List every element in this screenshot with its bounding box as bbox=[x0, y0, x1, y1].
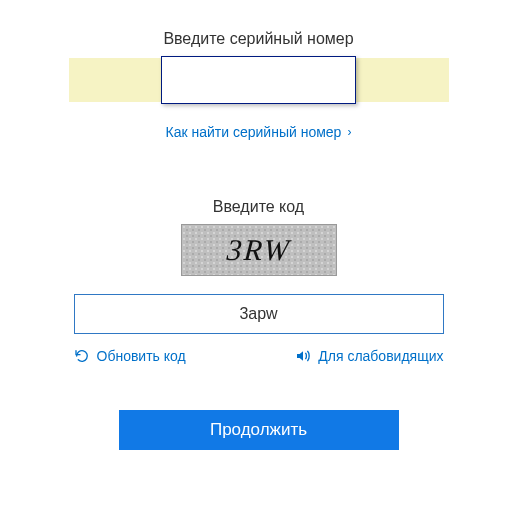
captcha-actions: Обновить код Для слабовидящих bbox=[74, 348, 444, 364]
serial-label: Введите серийный номер bbox=[0, 30, 517, 48]
audio-icon bbox=[295, 348, 311, 364]
captcha-label: Введите код bbox=[0, 198, 517, 216]
continue-button[interactable]: Продолжить bbox=[119, 410, 399, 450]
serial-input[interactable] bbox=[161, 56, 356, 104]
captcha-input[interactable] bbox=[74, 294, 444, 334]
find-serial-link[interactable]: Как найти серийный номер › bbox=[166, 124, 352, 140]
captcha-image-text: 3RW bbox=[225, 233, 291, 267]
serial-input-container bbox=[69, 58, 449, 102]
refresh-captcha-text: Обновить код bbox=[97, 348, 186, 364]
accessibility-captcha-link[interactable]: Для слабовидящих bbox=[295, 348, 443, 364]
refresh-captcha-link[interactable]: Обновить код bbox=[74, 348, 186, 364]
chevron-right-icon: › bbox=[347, 126, 351, 138]
find-serial-text: Как найти серийный номер bbox=[166, 124, 342, 140]
captcha-image: 3RW bbox=[181, 224, 337, 276]
refresh-icon bbox=[74, 348, 90, 364]
accessibility-captcha-text: Для слабовидящих bbox=[318, 348, 443, 364]
